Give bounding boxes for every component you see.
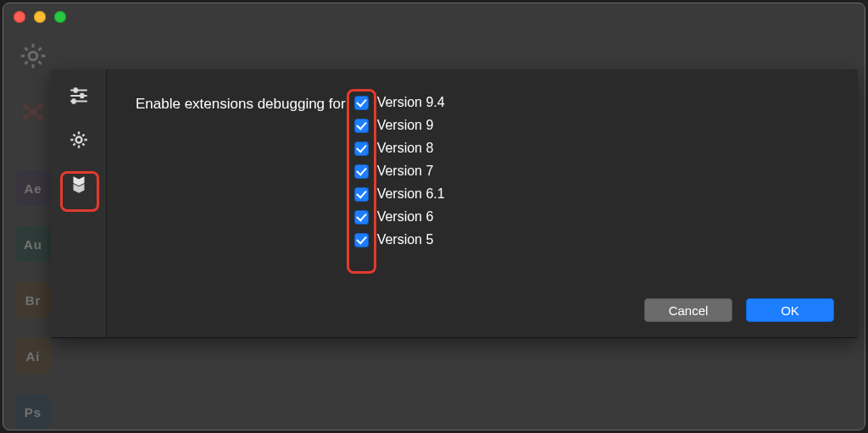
version-label: Version 6.1: [377, 186, 445, 202]
version-label: Version 9.4: [377, 95, 445, 110]
svg-point-3: [38, 104, 42, 108]
app-br[interactable]: Br: [15, 282, 51, 318]
version-checkbox[interactable]: [354, 187, 369, 202]
main-dock: AeAuBrAiPs: [15, 38, 54, 430]
version-row: Version 7: [354, 164, 445, 179]
extensions-icon[interactable]: [64, 169, 93, 198]
app-ps[interactable]: Ps: [15, 394, 51, 430]
gear-icon[interactable]: [64, 125, 93, 154]
dialog-body: Enable extensions debugging for Version …: [107, 69, 858, 337]
svg-point-5: [38, 115, 42, 119]
svg-point-0: [29, 52, 37, 60]
close-window-button[interactable]: [14, 11, 25, 23]
sliders-icon[interactable]: [64, 81, 93, 110]
version-checkbox[interactable]: [354, 142, 369, 156]
app-au[interactable]: Au: [15, 226, 51, 262]
version-row: Version 9: [354, 118, 445, 133]
dialog-button-row: Cancel OK: [644, 298, 834, 322]
ok-button[interactable]: OK: [746, 298, 834, 322]
zoom-window-button[interactable]: [54, 11, 66, 23]
version-row: Version 5: [354, 232, 445, 247]
version-label: Version 8: [377, 141, 434, 156]
window-traffic-lights: [14, 11, 66, 23]
svg-rect-8: [72, 99, 75, 103]
svg-point-4: [24, 115, 28, 119]
version-label: Version 5: [377, 232, 434, 247]
version-checkbox[interactable]: [354, 96, 369, 110]
gear-icon[interactable]: [15, 38, 51, 74]
version-row: Version 8: [354, 141, 445, 156]
app-ae[interactable]: Ae: [15, 170, 51, 206]
enable-debugging-label: Enable extensions debugging for: [136, 96, 346, 247]
version-label: Version 9: [377, 118, 434, 133]
svg-rect-6: [74, 88, 76, 92]
version-row: Version 6.1: [354, 186, 445, 202]
version-label: Version 6: [377, 209, 434, 225]
version-checkbox[interactable]: [354, 233, 369, 247]
dialog-sidebar: [51, 69, 107, 337]
version-row: Version 6: [354, 209, 445, 225]
cancel-button[interactable]: Cancel: [644, 298, 732, 322]
network-icon[interactable]: [15, 94, 51, 130]
app-ai[interactable]: Ai: [15, 338, 51, 374]
svg-point-2: [24, 104, 28, 108]
version-checkbox-column: Version 9.4Version 9Version 8Version 7Ve…: [354, 95, 445, 247]
version-label: Version 7: [377, 164, 434, 179]
minimize-window-button[interactable]: [34, 11, 46, 23]
version-checkbox[interactable]: [354, 164, 369, 179]
version-checkbox[interactable]: [354, 119, 369, 133]
preferences-dialog: Enable extensions debugging for Version …: [51, 69, 858, 337]
svg-point-9: [75, 137, 81, 143]
version-row: Version 9.4: [354, 95, 445, 110]
version-checkbox[interactable]: [354, 210, 369, 225]
svg-rect-7: [81, 94, 83, 97]
